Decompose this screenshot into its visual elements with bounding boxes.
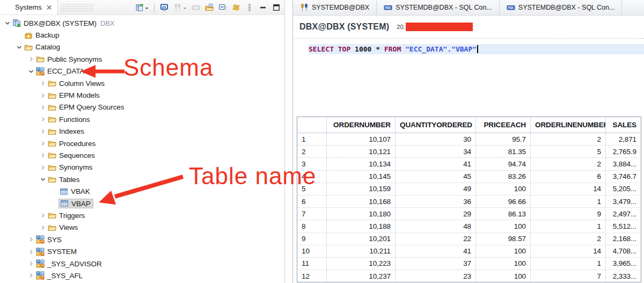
row-number-cell[interactable]: 10 <box>297 245 327 257</box>
data-cell[interactable]: 86.13 <box>476 208 531 220</box>
data-cell[interactable]: 5,512... <box>606 220 641 233</box>
column-header-priceeach[interactable]: PRICEEACH <box>476 117 531 133</box>
data-cell[interactable]: 3,479... <box>606 195 641 207</box>
tree-item--sys-advisor[interactable]: _SYS_ADVISOR <box>0 258 284 270</box>
data-cell[interactable]: 45 <box>396 170 476 183</box>
collapse-all-button[interactable] <box>218 3 227 12</box>
data-cell[interactable]: 2 <box>531 133 606 146</box>
chevron-right-icon[interactable] <box>27 248 35 256</box>
data-cell[interactable]: 100 <box>476 245 531 257</box>
result-row-11[interactable]: 1110,2233710013,965... <box>297 257 641 270</box>
data-cell[interactable]: 5 <box>531 146 606 158</box>
row-number-cell[interactable]: 11 <box>297 257 327 270</box>
data-cell[interactable]: 3,965... <box>606 257 641 270</box>
chevron-down-icon[interactable] <box>3 19 12 27</box>
result-row-9[interactable]: 910,2012298.5722,168... <box>297 233 641 245</box>
row-number-cell[interactable]: 12 <box>297 270 327 282</box>
result-row-4[interactable]: 410,1454583.2663,746.7 <box>297 170 641 183</box>
tree-item-catalog[interactable]: Catalog <box>0 41 284 53</box>
data-cell[interactable]: 1 <box>531 220 606 233</box>
chevron-right-icon[interactable] <box>27 259 35 268</box>
data-cell[interactable]: 34 <box>396 146 476 158</box>
systems-tab[interactable]: Systems ✕ <box>0 0 58 14</box>
data-cell[interactable]: 10,237 <box>327 270 396 282</box>
column-header-sales[interactable]: SALES <box>606 117 641 133</box>
data-cell[interactable]: 10,211 <box>327 245 396 257</box>
open-sql-console-button[interactable]: SQL <box>192 3 200 12</box>
chevron-right-icon[interactable] <box>39 151 47 159</box>
result-row-1[interactable]: 110,1073095.722,871 <box>297 133 641 146</box>
chevron-right-icon[interactable] <box>27 271 35 280</box>
configure-button[interactable] <box>173 3 187 12</box>
data-cell[interactable]: 9 <box>531 208 606 220</box>
result-row-6[interactable]: 610,1683696.6613,479... <box>297 195 641 207</box>
tree-item-indexes[interactable]: Indexes <box>0 126 284 137</box>
column-header-ordernumber[interactable]: ORDERNUMBER <box>327 117 396 133</box>
result-row-8[interactable]: 810,1884810015,512... <box>297 220 641 233</box>
chevron-right-icon[interactable] <box>27 55 35 63</box>
data-cell[interactable]: 41 <box>396 245 476 257</box>
row-number-cell[interactable]: 6 <box>297 195 327 207</box>
data-cell[interactable]: 2,333... <box>606 270 641 282</box>
data-cell[interactable]: 10,159 <box>327 183 396 195</box>
dropdown-icon[interactable] <box>183 3 187 12</box>
tree-item-functions[interactable]: Functions <box>0 113 284 125</box>
data-cell[interactable]: 5,205... <box>606 183 641 195</box>
chevron-right-icon[interactable] <box>39 211 47 220</box>
chevron-right-icon[interactable] <box>39 79 47 88</box>
administration-console-button[interactable] <box>160 3 169 12</box>
data-cell[interactable]: 100 <box>476 220 531 233</box>
data-cell[interactable]: 3,884... <box>606 158 641 170</box>
tree-item-sys[interactable]: SYS <box>0 234 284 245</box>
add-system-button[interactable] <box>135 3 149 12</box>
data-cell[interactable]: 100 <box>476 257 531 270</box>
minimize-button[interactable] <box>259 3 267 12</box>
tree-item-views[interactable]: Views <box>0 222 284 234</box>
data-cell[interactable]: 95.7 <box>476 133 531 146</box>
tree-item-backup[interactable]: Backup <box>0 29 284 41</box>
row-number-cell[interactable]: 8 <box>297 220 327 233</box>
data-cell[interactable]: 98.57 <box>476 233 531 245</box>
view-menu-button[interactable] <box>245 3 254 12</box>
chevron-right-icon[interactable] <box>27 235 35 244</box>
data-cell[interactable]: 30 <box>396 133 476 146</box>
tree-item-sequences[interactable]: Sequences <box>0 149 284 161</box>
data-cell[interactable]: 2,765.9 <box>606 146 641 158</box>
data-cell[interactable]: 96.66 <box>476 195 531 207</box>
data-cell[interactable]: 1 <box>531 257 606 270</box>
data-cell[interactable]: 10,223 <box>327 257 396 270</box>
data-cell[interactable]: 14 <box>531 245 606 257</box>
data-cell[interactable]: 23 <box>396 270 476 282</box>
chevron-right-icon[interactable] <box>39 127 47 136</box>
data-cell[interactable]: 37 <box>396 257 476 270</box>
chevron-right-icon[interactable] <box>39 103 47 112</box>
data-cell[interactable]: 3,746.7 <box>606 170 641 183</box>
data-cell[interactable]: 48 <box>396 220 476 233</box>
data-cell[interactable]: 4,708... <box>606 245 641 257</box>
link-with-editor-button[interactable] <box>232 3 240 12</box>
sql-editor[interactable]: SELECT TOP 1000 * FROM "ECC_DATA"."VBAP" <box>293 39 644 114</box>
data-cell[interactable]: 2 <box>531 233 606 245</box>
data-cell[interactable]: 49 <box>396 183 476 195</box>
close-icon[interactable]: ✕ <box>46 4 53 11</box>
row-number-cell[interactable]: 7 <box>297 208 327 220</box>
data-cell[interactable]: 6 <box>531 170 606 183</box>
data-cell[interactable]: 10,188 <box>327 220 396 233</box>
sql-statement-line[interactable]: SELECT TOP 1000 * FROM "ECC_DATA"."VBAP" <box>309 44 644 54</box>
column-header-quantityordered[interactable]: QUANTITYORDERED <box>396 117 476 133</box>
data-cell[interactable]: 2,497... <box>606 208 641 220</box>
tree-item-triggers[interactable]: Triggers <box>0 209 284 221</box>
result-row-3[interactable]: 310,1344194.7423,884... <box>297 158 641 170</box>
dropdown-icon[interactable] <box>145 3 149 12</box>
chevron-down-icon[interactable] <box>39 175 47 184</box>
chevron-down-icon[interactable] <box>15 43 24 52</box>
data-cell[interactable]: 10,145 <box>327 170 396 183</box>
tree-item--sys-afl[interactable]: _SYS_AFL <box>0 270 284 281</box>
data-cell[interactable]: 100 <box>476 270 531 282</box>
chevron-right-icon[interactable] <box>39 163 47 172</box>
result-row-5[interactable]: 510,15949100145,205... <box>297 183 641 195</box>
chevron-right-icon[interactable] <box>39 223 47 232</box>
data-cell[interactable]: 14 <box>531 183 606 195</box>
drag-handle[interactable] <box>61 3 94 12</box>
data-cell[interactable]: 36 <box>396 195 476 207</box>
